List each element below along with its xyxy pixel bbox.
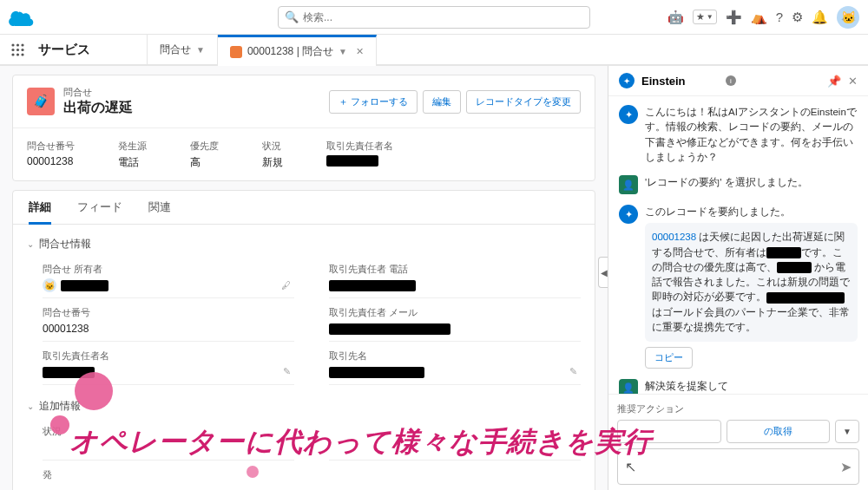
svg-point-1 [16,43,18,46]
send-icon[interactable]: ➤ [840,459,852,475]
svg-point-7 [16,53,18,56]
edit-button[interactable]: 編集 [423,90,461,114]
edit-pencil-icon[interactable]: ✎ [283,366,291,377]
einstein-avatar-icon: ✦ [619,205,638,224]
section-additional[interactable]: ⌄ 追加情報 [27,394,581,419]
redacted-value [766,292,845,304]
case-link[interactable]: 00001238 [652,232,696,242]
einstein-greeting: こんにちは！私はAIアシスタントのEinsteinです。情報の検索、レコードの要… [645,105,858,165]
add-icon[interactable]: ➕ [726,10,742,25]
suggested-actions-label: 推奨アクション [617,400,859,418]
field-contact-name-label: 取引先責任者名 [43,350,294,363]
hl-priority-label: 優先度 [190,140,219,153]
pin-icon[interactable]: 📌 [827,75,841,88]
user-avatar-icon: 🐱 [43,278,56,292]
info-icon[interactable]: i [726,75,736,86]
tab-label: 00001238 | 問合せ [247,44,333,59]
hl-priority-value: 高 [190,155,219,170]
close-tab-icon[interactable]: ✕ [356,46,364,57]
summary-box: 00001238 は天候に起因した出荷遅延に関する問合せで、所有者はです。この問… [645,223,858,342]
tab-label: 問合せ [160,42,191,57]
chevron-down-icon: ⌄ [27,239,34,249]
notifications-icon[interactable]: 🔔 [812,10,828,25]
case-record-icon: 🧳 [27,88,55,115]
user-avatar-icon: 👤 [619,175,638,194]
hl-case-no-value: 00001238 [27,155,75,167]
edit-pencil-icon[interactable]: 🖋 [281,280,291,291]
trailhead-icon[interactable]: ⛺ [751,10,767,25]
tab-detail[interactable]: 詳細 [29,199,51,225]
einstein-header-icon[interactable]: 🤖 [667,10,684,25]
summary-header: このレコードを要約しました。 [645,205,858,219]
field-contact-phone-label: 取引先責任者 電話 [329,264,581,276]
field-contact-email-label: 取引先責任者 メール [329,307,581,319]
svg-point-3 [11,48,14,50]
help-icon[interactable]: ? [776,10,783,24]
close-panel-icon[interactable]: ✕ [848,75,858,88]
follow-label: フォローする [351,96,408,107]
tab-cases[interactable]: 問合せ ▼ [148,35,218,64]
summary-text: はゴールド会員のパートナー企業で、非常に重要な提携先です。 [652,307,850,332]
section-inquiry-info[interactable]: ⌄ 問合せ情報 [27,232,581,257]
einstein-title: Einstein [641,75,719,88]
chevron-down-icon: ▼ [339,47,347,56]
suggestion-dropdown[interactable]: ▼ [835,420,859,443]
svg-point-0 [11,43,14,46]
hl-status-value: 新規 [262,155,283,170]
hl-origin-label: 発生源 [118,140,147,153]
redacted-value [329,323,450,335]
suggestion-pill[interactable]: の取得 [727,420,831,443]
chevron-down-icon: ⌄ [27,402,34,411]
section-title: 問合せ情報 [39,237,91,252]
case-tab-icon [230,46,242,58]
field-status-label: 状況 [43,426,294,438]
redacted-value [61,280,108,291]
app-name: サービス [35,35,148,64]
chevron-down-icon: ▼ [196,45,205,55]
app-launcher-icon[interactable] [0,35,35,64]
edit-pencil-icon[interactable]: ✎ [569,366,577,377]
hl-origin-value: 電話 [118,155,147,170]
svg-point-2 [21,43,23,46]
field-case-no-label: 問合せ番号 [43,307,294,319]
redacted-value [777,262,812,273]
field-case-no-value: 00001238 [43,322,294,336]
tab-related[interactable]: 関連 [148,199,171,224]
field-account-label: 取引先名 [329,350,581,363]
svg-point-5 [21,48,23,50]
einstein-avatar-icon: ✦ [619,105,638,124]
redacted-value [326,155,378,167]
user-message: 'レコードの要約' を選択しました。 [645,175,858,194]
change-record-type-button[interactable]: レコードタイプを変更 [466,90,581,114]
redacted-value [329,367,424,378]
section-title: 追加情報 [39,399,81,414]
einstein-icon: ✦ [619,73,635,88]
setup-gear-icon[interactable]: ⚙ [792,10,803,25]
salesforce-logo [9,9,35,26]
follow-button[interactable]: ＋フォローする [329,90,418,114]
user-message: 解決策を提案して [645,379,858,395]
tab-feed[interactable]: フィード [77,199,122,224]
tab-case-record[interactable]: 00001238 | 問合せ ▼ ✕ [218,35,377,66]
chat-input[interactable]: ↖ ➤ [617,448,859,485]
svg-point-6 [11,53,14,56]
suggestion-pill[interactable] [617,420,721,443]
hl-status-label: 状況 [262,140,283,153]
hl-contact-label: 取引先責任者名 [326,140,393,153]
redacted-value [766,247,801,258]
cursor-icon: ↖ [625,459,636,475]
redacted-value [43,367,95,378]
user-avatar-icon: 👤 [619,379,638,395]
field-owner-label: 問合せ 所有者 [43,264,294,276]
user-avatar[interactable]: 🐱 [837,6,859,29]
copy-button[interactable]: コピー [645,347,693,369]
global-search-input[interactable] [278,6,590,29]
favorites-button[interactable]: ★ ▼ [693,10,717,24]
record-title: 出荷の遅延 [63,99,320,117]
field-origin-label: 発 [43,469,294,481]
redacted-value [329,280,416,291]
svg-point-4 [16,48,18,50]
panel-collapse-handle[interactable]: ◀ [598,257,608,288]
svg-point-8 [21,53,23,56]
object-label: 問合せ [63,86,320,99]
